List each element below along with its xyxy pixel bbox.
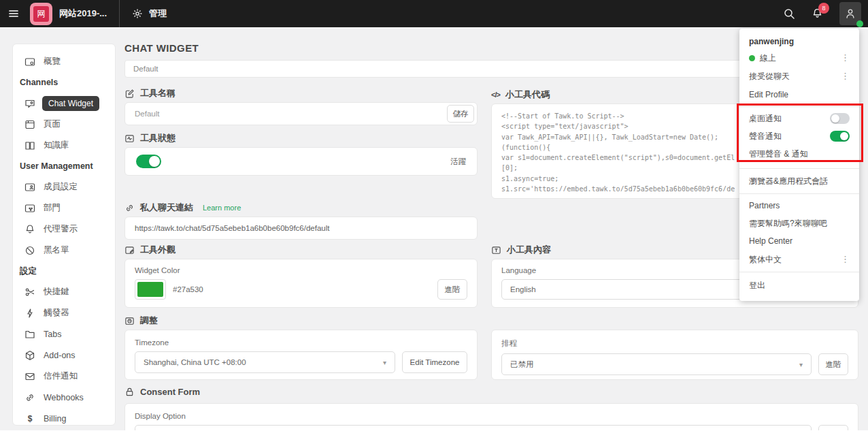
consent-advanced-button[interactable] [818, 425, 848, 430]
link-icon [24, 392, 35, 403]
alert-bell-icon [24, 224, 35, 235]
status-online-dot [749, 55, 755, 61]
site-title[interactable]: 网站2019-... [59, 7, 107, 20]
menu-divider [739, 193, 859, 194]
schedule-advanced-button[interactable]: 進階 [818, 353, 848, 375]
appearance-icon [124, 245, 135, 255]
topbar: 网 网站2019-... 管理 8 [0, 0, 868, 27]
widget-content-section-header: 小工具內容 [491, 244, 551, 256]
menu-item-partners[interactable]: Partners [739, 197, 859, 214]
sidebar-item-label: 快捷鍵 [44, 286, 69, 298]
sidebar-item-label: 信件通知 [44, 370, 78, 382]
hamburger-menu-icon[interactable] [0, 0, 27, 27]
menu-item-sessions[interactable]: 瀏覽器&應用程式會話 [739, 172, 859, 191]
widget-status-toggle[interactable] [136, 155, 161, 168]
menu-item-edit-profile[interactable]: Edit Profile [739, 86, 859, 103]
sidebar-item-webhooks[interactable]: Webhooks [13, 387, 115, 408]
adjustments-title: 調整 [140, 315, 158, 327]
package-icon [24, 350, 35, 361]
sidebar-item-label: Chat Widget [42, 96, 99, 111]
profile-avatar-button[interactable] [839, 2, 861, 25]
widget-name-title: 工具名稱 [140, 87, 176, 99]
code-icon: </> [491, 91, 500, 99]
sidebar-item-pages[interactable]: 頁面 [13, 114, 115, 135]
admin-nav-item[interactable]: 管理 [120, 0, 179, 27]
chat-link-url: https://tawk.to/chat/5d75a5ebeb1a6b0be60… [135, 224, 329, 232]
sidebar-item-agent-alerts[interactable]: 代理警示 [13, 219, 115, 240]
appearance-section-header: 工具外觀 [124, 244, 176, 256]
sidebar-item-tabs[interactable]: Tabs [13, 323, 115, 345]
widget-name-section-header: 工具名稱 [124, 87, 176, 99]
sidebar-item-label: 概覽 [44, 56, 61, 67]
learn-more-link[interactable]: Learn more [203, 204, 241, 212]
search-icon[interactable] [783, 7, 795, 20]
menu-item-need-help[interactable]: 需要幫助嗎?來聊聊吧 [739, 214, 859, 232]
menu-item-manage-sound[interactable]: 管理聲音 & 通知 [739, 145, 859, 163]
chat-link-section-header: 私人聊天連結 Learn more [124, 202, 241, 214]
sound-notifications-label: 聲音通知 [749, 131, 782, 142]
notifications-bell-icon[interactable]: 8 [812, 7, 823, 20]
schedule-label: 排程 [501, 338, 848, 349]
site-logo[interactable]: 网 [30, 3, 52, 25]
lock-icon [124, 387, 135, 397]
app-body: 概覽 Channels Chat Widget 頁面 知識庫 User Mana… [0, 27, 868, 430]
sidebar-item-label: 黑名單 [44, 244, 69, 256]
scissors-icon [24, 287, 35, 298]
lightning-icon [24, 308, 35, 319]
widget-name-field: 儲存 [124, 102, 478, 125]
menu-item-sound-notifications[interactable]: 聲音通知 [739, 127, 859, 145]
sidebar-item-label: Add-ons [44, 351, 76, 360]
text-content-icon [491, 245, 501, 255]
display-option-label: Display Option [135, 412, 848, 420]
timezone-card: Timezone Shanghai, China UTC +08:00 ▾ Ed… [124, 330, 478, 380]
save-button[interactable]: 儲存 [447, 105, 474, 123]
chat-link-title: 私人聊天連結 [140, 202, 193, 214]
pages-icon [24, 119, 35, 130]
menu-item-help-center[interactable]: Help Center [739, 232, 859, 250]
schedule-card: 排程 已禁用 ▾ 進階 [491, 330, 858, 380]
display-option-select[interactable] [135, 425, 812, 430]
menu-item-logout[interactable]: 登出 [739, 275, 859, 296]
sidebar-item-mail-notifications[interactable]: 信件通知 [13, 366, 115, 387]
sidebar-item-billing[interactable]: $ Billing [13, 408, 115, 429]
sidebar: 概覽 Channels Chat Widget 頁面 知識庫 User Mana… [12, 44, 116, 426]
sidebar-item-chat-widget[interactable]: Chat Widget [13, 93, 115, 114]
timezone-select[interactable]: Shanghai, China UTC +08:00 ▾ [135, 351, 395, 373]
appearance-advanced-button[interactable]: 進階 [437, 279, 467, 300]
sidebar-item-label: 代理警示 [44, 223, 78, 235]
widget-color-swatch[interactable] [135, 279, 166, 300]
schedule-select[interactable]: 已禁用 ▾ [501, 353, 812, 375]
edit-square-icon [124, 89, 135, 99]
status-label: 線上 [760, 52, 776, 64]
sidebar-item-triggers[interactable]: 觸發器 [13, 302, 115, 323]
sidebar-item-ban-list[interactable]: 黑名單 [13, 240, 115, 261]
sidebar-section-user-management: User Management [13, 156, 115, 176]
chat-link-field[interactable]: https://tawk.to/chat/5d75a5ebeb1a6b0be60… [124, 217, 478, 240]
kebab-menu-icon[interactable]: ⋮ [841, 54, 850, 61]
widget-status-title: 工具狀態 [140, 132, 176, 144]
sidebar-item-shortcuts[interactable]: 快捷鍵 [13, 281, 115, 302]
menu-divider [739, 272, 859, 272]
language-value: English [510, 285, 536, 293]
menu-item-desktop-notifications[interactable]: 桌面通知 [739, 110, 859, 127]
widget-name-input[interactable] [135, 110, 447, 118]
gear-icon [132, 8, 143, 19]
widget-status-card: 活躍 [124, 147, 478, 176]
sidebar-item-overview[interactable]: 概覽 [13, 51, 115, 72]
widget-content-title: 小工具內容 [507, 244, 551, 256]
sound-notifications-toggle[interactable] [830, 131, 850, 142]
menu-item-status[interactable]: 線上 ⋮ [739, 49, 859, 67]
menu-item-language[interactable]: 繁体中文 ⋮ [739, 250, 859, 269]
menu-item-accept-chats[interactable]: 接受從聊天 ⋮ [739, 67, 859, 86]
appearance-card: Widget Color #27a530 進階 [124, 259, 478, 308]
sidebar-item-members[interactable]: 成員設定 [13, 176, 115, 197]
sidebar-item-departments[interactable]: 部門 [13, 197, 115, 219]
edit-timezone-button[interactable]: Edit Timezone [402, 351, 467, 373]
sidebar-item-addons[interactable]: Add-ons [13, 345, 115, 366]
kebab-menu-icon[interactable]: ⋮ [841, 73, 850, 80]
kebab-menu-icon[interactable]: ⋮ [841, 256, 850, 263]
sidebar-item-knowledge-base[interactable]: 知識庫 [13, 135, 115, 156]
consent-title: Consent Form [140, 387, 200, 397]
desktop-notifications-toggle[interactable] [830, 113, 850, 124]
chevron-down-icon: ▾ [799, 361, 803, 368]
